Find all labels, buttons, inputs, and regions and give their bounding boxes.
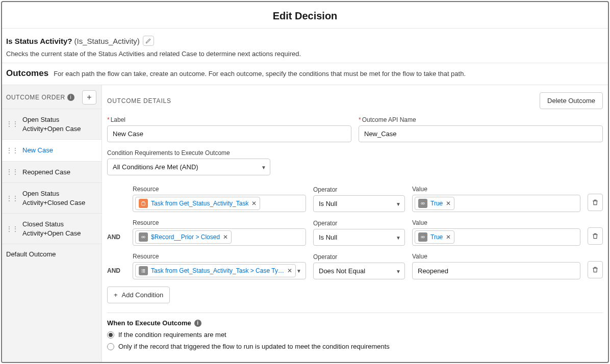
resource-input[interactable]: Task from Get_Status_Activity_Task > Cas… — [133, 262, 306, 279]
conditions-list: Resource Task from Get_Status_Activity_T… — [107, 186, 603, 303]
svg-rect-9 — [143, 269, 145, 270]
outcome-item[interactable]: ⋮⋮ Closed Status Activity+Open Case — [2, 214, 101, 244]
delete-condition-button[interactable] — [588, 261, 603, 278]
value-header: Value — [412, 219, 580, 226]
outcomes-help: For each path the flow can take, create … — [54, 70, 466, 77]
info-icon[interactable]: i — [194, 320, 201, 327]
value-input[interactable]: True ✕ — [412, 195, 580, 212]
chevron-down-icon: ▼ — [296, 268, 301, 274]
outcome-item[interactable]: ⋮⋮ Reopened Case — [2, 162, 101, 184]
outcome-api-name-input[interactable] — [359, 125, 603, 142]
svg-point-7 — [423, 236, 424, 238]
resource-pill-text: Task from Get_Status_Activity_Task — [151, 200, 248, 207]
operator-header: Operator — [313, 253, 405, 261]
drag-handle-icon[interactable]: ⋮⋮ — [6, 225, 18, 233]
remove-pill-icon[interactable]: ✕ — [287, 267, 292, 274]
resource-header: Resource — [133, 219, 306, 226]
remove-pill-icon[interactable]: ✕ — [223, 233, 228, 241]
resource-input[interactable]: $Record__Prior > Closed ✕ — [133, 228, 306, 246]
outcome-list: ⋮⋮ Open Status Activity+Open Case ⋮⋮ New… — [2, 109, 101, 244]
drag-handle-icon[interactable]: ⋮⋮ — [6, 146, 18, 154]
outcome-item[interactable]: ⋮⋮ Open Status Activity+Open Case — [2, 109, 101, 140]
outcome-item[interactable]: ⋮⋮ Open Status Activity+Closed Case — [2, 183, 101, 214]
operator-header: Operator — [313, 220, 405, 227]
outcome-item[interactable]: ⋮⋮ New Case — [2, 140, 101, 162]
delete-condition-button[interactable] — [588, 194, 603, 211]
svg-rect-13 — [143, 272, 145, 272]
value-input[interactable]: True ✕ — [412, 228, 580, 246]
svg-rect-12 — [142, 272, 142, 272]
decision-header: Is Status Activity? (Is_Status_Activity)… — [2, 29, 608, 63]
pencil-icon — [145, 38, 151, 44]
svg-rect-1 — [142, 202, 145, 205]
task-icon — [139, 199, 148, 208]
svg-point-5 — [143, 236, 145, 238]
drag-handle-icon[interactable]: ⋮⋮ — [6, 168, 18, 176]
condition-requirements-label: Condition Requirements to Execute Outcom… — [107, 149, 603, 157]
value-pill-text: True — [430, 233, 443, 241]
add-outcome-button[interactable]: + — [82, 90, 96, 105]
trash-icon — [592, 266, 599, 273]
decision-api-name: (Is_Status_Activity) — [74, 37, 139, 45]
condition-row: Resource Task from Get_Status_Activity_T… — [107, 186, 603, 212]
resource-input[interactable]: Task from Get_Status_Activity_Task ✕ — [133, 195, 306, 212]
label-field-label: Label — [107, 116, 351, 123]
operator-select[interactable]: Does Not Equal — [313, 263, 405, 279]
svg-point-3 — [423, 202, 424, 204]
execute-option-1[interactable]: If the condition requirements are met — [107, 331, 603, 339]
api-name-field-label: Outcome API Name — [359, 116, 603, 123]
trash-icon — [592, 232, 599, 240]
outcomes-strip: Outcomes For each path the flow can take… — [2, 63, 608, 85]
outcome-item-label: Open Status Activity+Closed Case — [22, 189, 96, 207]
globalconstant-icon — [418, 199, 427, 208]
delete-condition-button[interactable] — [588, 227, 603, 245]
outcome-details-heading: OUTCOME DETAILS — [107, 97, 171, 105]
remove-pill-icon[interactable]: ✕ — [251, 200, 257, 207]
outcome-details-panel: OUTCOME DETAILS Delete Outcome Label Out… — [102, 85, 608, 362]
value-text-input[interactable] — [412, 262, 580, 279]
value-header: Value — [412, 186, 580, 193]
resource-header: Resource — [133, 253, 306, 260]
radio-icon — [107, 331, 114, 339]
svg-rect-11 — [143, 271, 145, 271]
globalvariable-icon — [139, 232, 148, 242]
outcome-item-label: Closed Status Activity+Open Case — [22, 220, 96, 238]
execute-option-2-label: Only if the record that triggered the fl… — [118, 343, 390, 350]
drag-handle-icon[interactable]: ⋮⋮ — [6, 120, 18, 128]
resource-header: Resource — [133, 186, 306, 193]
edit-decision-modal: Edit Decision Is Status Activity? (Is_St… — [1, 1, 609, 363]
modal-title: Edit Decision — [2, 2, 608, 29]
add-condition-label: Add Condition — [122, 291, 164, 299]
svg-point-4 — [142, 236, 143, 238]
outcome-order-panel: OUTCOME ORDER i + ⋮⋮ Open Status Activit… — [2, 85, 102, 362]
remove-pill-icon[interactable]: ✕ — [446, 200, 451, 207]
radio-icon — [107, 343, 114, 350]
condition-requirements-value: All Conditions Are Met (AND) — [107, 159, 270, 175]
info-icon[interactable]: i — [67, 94, 74, 101]
operator-header: Operator — [313, 186, 405, 193]
value-pill-text: True — [430, 200, 443, 207]
edit-decision-name-button[interactable] — [143, 36, 154, 46]
svg-point-6 — [421, 236, 423, 238]
picklist-icon — [139, 266, 148, 275]
resource-pill-text: $Record__Prior > Closed — [151, 233, 220, 241]
outcome-order-title: OUTCOME ORDER — [6, 94, 65, 101]
add-condition-button[interactable]: + Add Condition — [107, 287, 170, 303]
remove-pill-icon[interactable]: ✕ — [446, 233, 451, 241]
default-outcome-item[interactable]: Default Outcome — [2, 244, 101, 264]
condition-row: AND Resource Task from Get_Status_Activi… — [107, 253, 603, 279]
outcome-item-label: Open Status Activity+Open Case — [22, 115, 96, 133]
decision-label: Is Status Activity? — [6, 37, 72, 45]
execute-option-2[interactable]: Only if the record that triggered the fl… — [107, 343, 603, 350]
outcome-item-label: New Case — [22, 146, 96, 155]
condition-row: AND Resource $Record__Prior > Closed ✕ — [107, 219, 603, 246]
operator-select[interactable]: Is Null — [313, 195, 405, 212]
condition-requirements-select[interactable]: All Conditions Are Met (AND) ▼ — [107, 159, 270, 175]
drag-handle-icon[interactable]: ⋮⋮ — [6, 194, 18, 202]
svg-rect-10 — [142, 271, 142, 271]
outcome-label-input[interactable] — [107, 125, 351, 142]
operator-select[interactable]: Is Null — [313, 229, 405, 246]
when-to-execute-heading: When to Execute Outcome — [107, 319, 191, 327]
delete-outcome-button[interactable]: Delete Outcome — [540, 92, 603, 109]
outcomes-heading: Outcomes — [6, 68, 48, 79]
